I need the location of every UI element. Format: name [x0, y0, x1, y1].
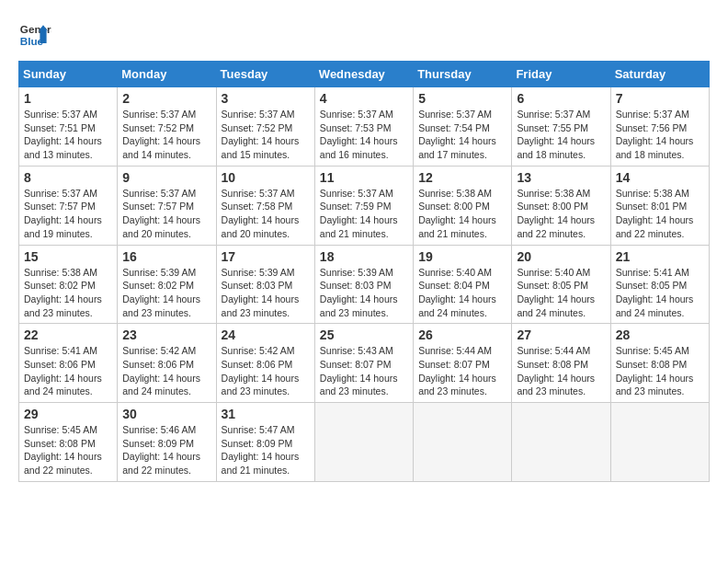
- day-number: 6: [517, 91, 605, 106]
- calendar-cell: 3 Sunrise: 5:37 AMSunset: 7:52 PMDayligh…: [216, 87, 314, 167]
- calendar-cell: 21 Sunrise: 5:41 AMSunset: 8:05 PMDaylig…: [610, 245, 709, 324]
- day-number: 29: [24, 407, 112, 421]
- weekday-header-row: SundayMondayTuesdayWednesdayThursdayFrid…: [19, 62, 710, 87]
- day-number: 27: [517, 327, 605, 342]
- day-info: Sunrise: 5:38 AMSunset: 8:00 PMDaylight:…: [418, 187, 506, 241]
- weekday-header-saturday: Saturday: [610, 62, 709, 87]
- week-row-3: 15 Sunrise: 5:38 AMSunset: 8:02 PMDaylig…: [19, 245, 710, 324]
- day-info: Sunrise: 5:38 AMSunset: 8:02 PMDaylight:…: [24, 266, 112, 320]
- day-number: 26: [418, 327, 506, 342]
- day-info: Sunrise: 5:37 AMSunset: 7:54 PMDaylight:…: [418, 108, 506, 162]
- calendar-cell: [512, 403, 610, 482]
- calendar-cell: 29 Sunrise: 5:45 AMSunset: 8:08 PMDaylig…: [19, 403, 118, 482]
- logo: General Blue: [18, 18, 51, 52]
- calendar-cell: 19 Sunrise: 5:40 AMSunset: 8:04 PMDaylig…: [414, 245, 512, 324]
- calendar-cell: [314, 403, 413, 482]
- day-number: 3: [222, 91, 310, 106]
- day-number: 11: [320, 170, 408, 185]
- weekday-header-monday: Monday: [118, 62, 216, 87]
- day-number: 18: [320, 249, 408, 264]
- calendar-cell: 10 Sunrise: 5:37 AMSunset: 7:58 PMDaylig…: [216, 166, 314, 245]
- day-number: 20: [517, 249, 605, 264]
- day-info: Sunrise: 5:44 AMSunset: 8:08 PMDaylight:…: [517, 344, 605, 398]
- day-number: 2: [122, 91, 210, 106]
- week-row-1: 1 Sunrise: 5:37 AMSunset: 7:51 PMDayligh…: [19, 87, 710, 167]
- calendar-cell: 25 Sunrise: 5:43 AMSunset: 8:07 PMDaylig…: [314, 324, 413, 403]
- day-info: Sunrise: 5:38 AMSunset: 8:00 PMDaylight:…: [517, 187, 605, 241]
- calendar-cell: 2 Sunrise: 5:37 AMSunset: 7:52 PMDayligh…: [118, 87, 216, 167]
- calendar-cell: 30 Sunrise: 5:46 AMSunset: 8:09 PMDaylig…: [118, 403, 216, 482]
- day-info: Sunrise: 5:42 AMSunset: 8:06 PMDaylight:…: [122, 344, 210, 398]
- svg-text:General: General: [20, 23, 51, 35]
- day-info: Sunrise: 5:41 AMSunset: 8:06 PMDaylight:…: [24, 344, 112, 398]
- day-info: Sunrise: 5:37 AMSunset: 7:57 PMDaylight:…: [122, 187, 210, 241]
- calendar-cell: 5 Sunrise: 5:37 AMSunset: 7:54 PMDayligh…: [414, 87, 512, 167]
- day-number: 16: [122, 249, 210, 264]
- day-number: 14: [616, 170, 704, 185]
- day-info: Sunrise: 5:42 AMSunset: 8:06 PMDaylight:…: [222, 344, 310, 398]
- calendar-cell: 16 Sunrise: 5:39 AMSunset: 8:02 PMDaylig…: [118, 245, 216, 324]
- day-number: 10: [222, 170, 310, 185]
- day-info: Sunrise: 5:37 AMSunset: 7:59 PMDaylight:…: [320, 187, 408, 241]
- day-info: Sunrise: 5:37 AMSunset: 7:53 PMDaylight:…: [320, 108, 408, 162]
- day-info: Sunrise: 5:37 AMSunset: 7:58 PMDaylight:…: [222, 187, 310, 241]
- calendar-cell: 22 Sunrise: 5:41 AMSunset: 8:06 PMDaylig…: [19, 324, 118, 403]
- weekday-header-tuesday: Tuesday: [216, 62, 314, 87]
- day-info: Sunrise: 5:37 AMSunset: 7:56 PMDaylight:…: [616, 108, 704, 162]
- day-number: 22: [24, 327, 112, 342]
- day-info: Sunrise: 5:37 AMSunset: 7:55 PMDaylight:…: [517, 108, 605, 162]
- day-number: 13: [517, 170, 605, 185]
- day-number: 12: [418, 170, 506, 185]
- weekday-header-thursday: Thursday: [414, 62, 512, 87]
- day-number: 9: [122, 170, 210, 185]
- calendar-cell: 27 Sunrise: 5:44 AMSunset: 8:08 PMDaylig…: [512, 324, 610, 403]
- day-info: Sunrise: 5:40 AMSunset: 8:04 PMDaylight:…: [418, 266, 506, 320]
- calendar-cell: 31 Sunrise: 5:47 AMSunset: 8:09 PMDaylig…: [216, 403, 314, 482]
- calendar-cell: 23 Sunrise: 5:42 AMSunset: 8:06 PMDaylig…: [118, 324, 216, 403]
- calendar-cell: 28 Sunrise: 5:45 AMSunset: 8:08 PMDaylig…: [610, 324, 709, 403]
- day-info: Sunrise: 5:45 AMSunset: 8:08 PMDaylight:…: [616, 344, 704, 398]
- day-number: 15: [24, 249, 112, 264]
- calendar-cell: 20 Sunrise: 5:40 AMSunset: 8:05 PMDaylig…: [512, 245, 610, 324]
- calendar-cell: 9 Sunrise: 5:37 AMSunset: 7:57 PMDayligh…: [118, 166, 216, 245]
- day-number: 25: [320, 327, 408, 342]
- calendar-cell: 6 Sunrise: 5:37 AMSunset: 7:55 PMDayligh…: [512, 87, 610, 167]
- day-info: Sunrise: 5:44 AMSunset: 8:07 PMDaylight:…: [418, 344, 506, 398]
- calendar-cell: 11 Sunrise: 5:37 AMSunset: 7:59 PMDaylig…: [314, 166, 413, 245]
- calendar-cell: 24 Sunrise: 5:42 AMSunset: 8:06 PMDaylig…: [216, 324, 314, 403]
- calendar-cell: 17 Sunrise: 5:39 AMSunset: 8:03 PMDaylig…: [216, 245, 314, 324]
- day-number: 5: [418, 91, 506, 106]
- day-info: Sunrise: 5:46 AMSunset: 8:09 PMDaylight:…: [122, 423, 210, 477]
- calendar-cell: 18 Sunrise: 5:39 AMSunset: 8:03 PMDaylig…: [314, 245, 413, 324]
- day-info: Sunrise: 5:37 AMSunset: 7:52 PMDaylight:…: [122, 108, 210, 162]
- day-number: 7: [616, 91, 704, 106]
- calendar-cell: 14 Sunrise: 5:38 AMSunset: 8:01 PMDaylig…: [610, 166, 709, 245]
- calendar-cell: 12 Sunrise: 5:38 AMSunset: 8:00 PMDaylig…: [414, 166, 512, 245]
- calendar-cell: 7 Sunrise: 5:37 AMSunset: 7:56 PMDayligh…: [610, 87, 709, 167]
- calendar-cell: 13 Sunrise: 5:38 AMSunset: 8:00 PMDaylig…: [512, 166, 610, 245]
- calendar-cell: 26 Sunrise: 5:44 AMSunset: 8:07 PMDaylig…: [414, 324, 512, 403]
- weekday-header-wednesday: Wednesday: [314, 62, 413, 87]
- day-info: Sunrise: 5:37 AMSunset: 7:57 PMDaylight:…: [24, 187, 112, 241]
- day-info: Sunrise: 5:41 AMSunset: 8:05 PMDaylight:…: [616, 266, 704, 320]
- logo-icon: General Blue: [18, 18, 51, 52]
- day-info: Sunrise: 5:43 AMSunset: 8:07 PMDaylight:…: [320, 344, 408, 398]
- day-number: 23: [122, 327, 210, 342]
- weekday-header-friday: Friday: [512, 62, 610, 87]
- day-info: Sunrise: 5:38 AMSunset: 8:01 PMDaylight:…: [616, 187, 704, 241]
- weekday-header-sunday: Sunday: [19, 62, 118, 87]
- day-info: Sunrise: 5:47 AMSunset: 8:09 PMDaylight:…: [222, 423, 310, 477]
- day-info: Sunrise: 5:40 AMSunset: 8:05 PMDaylight:…: [517, 266, 605, 320]
- day-info: Sunrise: 5:37 AMSunset: 7:52 PMDaylight:…: [222, 108, 310, 162]
- day-number: 28: [616, 327, 704, 342]
- calendar-cell: 4 Sunrise: 5:37 AMSunset: 7:53 PMDayligh…: [314, 87, 413, 167]
- day-number: 4: [320, 91, 408, 106]
- day-info: Sunrise: 5:39 AMSunset: 8:03 PMDaylight:…: [222, 266, 310, 320]
- day-number: 24: [222, 327, 310, 342]
- day-info: Sunrise: 5:39 AMSunset: 8:03 PMDaylight:…: [320, 266, 408, 320]
- day-info: Sunrise: 5:39 AMSunset: 8:02 PMDaylight:…: [122, 266, 210, 320]
- day-number: 1: [24, 91, 112, 106]
- calendar-cell: 1 Sunrise: 5:37 AMSunset: 7:51 PMDayligh…: [19, 87, 118, 167]
- day-number: 19: [418, 249, 506, 264]
- page-header: General Blue: [18, 18, 710, 52]
